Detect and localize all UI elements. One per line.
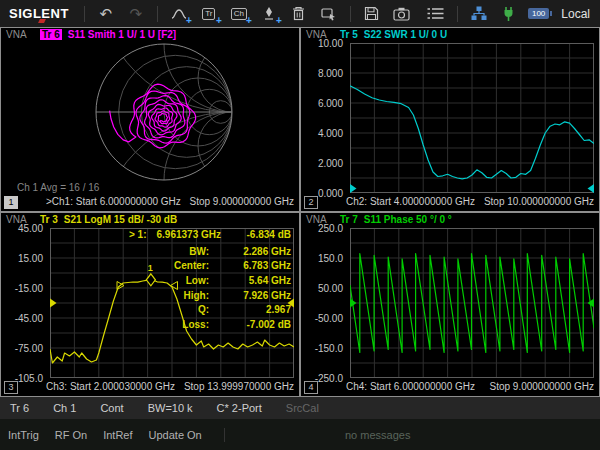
- trace-info[interactable]: S11 Phase 50 °/ 0 °: [364, 214, 452, 225]
- trace-header: VNATr 3S21 LogM 15 dB/ -30 dB: [6, 214, 295, 227]
- stat-value: 6.783 GHz: [209, 260, 291, 271]
- marker-readout-prefix: > 1:: [129, 229, 147, 240]
- trace-label-tr6[interactable]: Tr 6: [40, 29, 62, 40]
- y-axis-labels: 10.008.0006.0004.0002.0000.000: [301, 43, 346, 193]
- redo-icon[interactable]: ↷: [124, 4, 148, 24]
- save-icon[interactable]: [360, 4, 384, 24]
- stat-value: 2.967: [209, 304, 291, 315]
- toolbar-separator: [84, 6, 85, 22]
- channel-footer: 1 >Ch1: Start 6.000000000 GHz Stop 9.000…: [4, 195, 295, 210]
- trace-header: VNATr 5S22 SWR 1 U/ 0 U: [306, 29, 595, 42]
- channel3-window[interactable]: VNATr 3S21 LogM 15 dB/ -30 dB 45.0015.00…: [0, 212, 300, 397]
- channel2-window[interactable]: VNATr 5S22 SWR 1 U/ 0 U 10.008.0006.0004…: [300, 27, 600, 212]
- stop-frequency-label[interactable]: Stop 9.000000000 GHz: [489, 381, 594, 392]
- channel-number-badge[interactable]: 3: [4, 381, 18, 394]
- stat-label: Low:: [145, 275, 209, 286]
- start-frequency-label[interactable]: Ch3: Start 2.000030000 GHz: [46, 381, 175, 392]
- status-if-bandwidth[interactable]: BW=10 k: [148, 402, 193, 414]
- y-axis-tick-label: 15.00: [18, 253, 43, 264]
- stat-value: 2.286 GHz: [209, 246, 291, 257]
- channel-number-badge[interactable]: 4: [304, 381, 318, 394]
- siglent-logo: SIGLENT: [0, 6, 78, 21]
- channel-footer: 3 Ch3: Start 2.000030000 GHz Stop 13.999…: [4, 380, 295, 395]
- averaging-status: Ch 1 Avg = 16 / 16: [17, 182, 99, 193]
- smith-trace: [110, 84, 196, 148]
- stat-value: 7.926 GHz: [209, 290, 291, 301]
- y-axis-tick-label: 4.000: [318, 128, 343, 139]
- add-measurement-icon[interactable]: +: [167, 4, 191, 24]
- swr-plot[interactable]: [350, 43, 594, 193]
- add-marker-icon[interactable]: +: [257, 4, 281, 24]
- screenshot-icon[interactable]: [390, 4, 414, 24]
- y-axis-labels: 45.0015.00-15.00-45.00-75.00-105.0: [1, 228, 46, 378]
- local-mode-label[interactable]: Local: [553, 7, 600, 21]
- toolbar: SIGLENT ↶ ↷ + Tr + Ch + + 100 Local: [0, 0, 600, 27]
- trace-label-tr3[interactable]: Tr 3: [40, 214, 58, 225]
- trace-label-tr5[interactable]: Tr 5: [340, 29, 358, 40]
- reactance-arc: [198, 44, 266, 112]
- undo-icon[interactable]: ↶: [94, 4, 118, 24]
- bandwidth-stats-table: BW:2.286 GHz Center:6.783 GHz Low:5.64 G…: [145, 244, 291, 332]
- y-axis-tick-label: -50.00: [315, 313, 343, 324]
- reactance-arc: [198, 112, 266, 180]
- stat-label: Loss:: [145, 319, 209, 330]
- status-display-update[interactable]: Update On: [149, 429, 202, 441]
- start-frequency-label[interactable]: Ch4: Start 6.000000000 GHz: [346, 381, 475, 392]
- trace-header: VNATr 6S11 Smith 1 U/ 1 U [F2]: [6, 29, 295, 42]
- y-axis-labels: 250.0150.050.00-50.00-150.0-250.0: [301, 228, 346, 378]
- status-reference-source[interactable]: IntRef: [103, 429, 132, 441]
- stat-label: Center:: [145, 260, 209, 271]
- trace-header: VNATr 7S11 Phase 50 °/ 0 °: [306, 214, 595, 227]
- stat-label: High:: [145, 290, 209, 301]
- message-area: no messages: [345, 429, 410, 441]
- channel1-window[interactable]: VNATr 6S11 Smith 1 U/ 1 U [F2] Ch 1 Avg …: [0, 27, 300, 212]
- start-frequency-label[interactable]: Ch2: Start 4.000000000 GHz: [346, 196, 475, 207]
- trace-info[interactable]: S21 LogM 15 dB/ -30 dB: [64, 214, 177, 225]
- phase-plot[interactable]: [350, 228, 594, 378]
- app-label: VNA: [6, 214, 40, 225]
- channel4-window[interactable]: VNATr 7S11 Phase 50 °/ 0 ° 250.0150.050.…: [300, 212, 600, 397]
- channel-footer: 4 Ch4: Start 6.000000000 GHz Stop 9.0000…: [304, 380, 595, 395]
- channel-number-badge[interactable]: 2: [304, 196, 318, 209]
- trace-info[interactable]: S22 SWR 1 U/ 0 U: [364, 29, 447, 40]
- menu-icon[interactable]: [424, 4, 448, 24]
- smith-chart-plot[interactable]: [4, 41, 296, 182]
- marker-frequency: 6.961373 GHz: [157, 229, 222, 240]
- status-active-channel[interactable]: Ch 1: [53, 402, 76, 414]
- marker-value: -6.834 dB: [247, 229, 291, 240]
- status-srccal[interactable]: SrcCal: [286, 402, 319, 414]
- reference-level-marker-left: [350, 184, 357, 193]
- touch-pointer-icon[interactable]: [317, 4, 341, 24]
- y-axis-tick-label: -150.0: [315, 343, 343, 354]
- y-axis-tick-label: 50.00: [318, 283, 343, 294]
- stat-label: Q:: [145, 304, 209, 315]
- marker-readout: > 1: 6.961373 GHz -6.834 dB: [129, 229, 291, 240]
- add-trace-icon[interactable]: Tr +: [197, 4, 221, 24]
- trace-info[interactable]: S11 Smith 1 U/ 1 U [F2]: [68, 29, 176, 40]
- status-trigger-source[interactable]: IntTrig: [8, 429, 39, 441]
- status-separator: [224, 428, 225, 442]
- phase-chart-svg: [350, 228, 594, 378]
- delete-trace-icon[interactable]: [287, 4, 311, 24]
- stat-value: 5.64 GHz: [209, 275, 291, 286]
- status-rf-output[interactable]: RF On: [55, 429, 87, 441]
- status-sweep-mode[interactable]: Cont: [100, 402, 123, 414]
- add-channel-icon[interactable]: Ch +: [227, 4, 251, 24]
- lan-icon[interactable]: [467, 4, 491, 24]
- power-plug-icon[interactable]: [497, 4, 521, 24]
- stop-frequency-label[interactable]: Stop 9.000000000 GHz: [189, 196, 294, 207]
- stop-frequency-label[interactable]: Stop 10.000000000 GHz: [484, 196, 594, 207]
- status-active-trace[interactable]: Tr 6: [10, 402, 29, 414]
- channel-grid: VNATr 6S11 Smith 1 U/ 1 U [F2] Ch 1 Avg …: [0, 27, 600, 397]
- toolbar-separator: [457, 6, 458, 22]
- y-axis-tick-label: -15.00: [15, 283, 43, 294]
- status-calibration[interactable]: C* 2-Port: [217, 402, 262, 414]
- reference-level-marker-right: [588, 184, 595, 193]
- y-axis-tick-label: -75.00: [15, 343, 43, 354]
- stop-frequency-label[interactable]: Stop 13.999970000 GHz: [184, 381, 294, 392]
- trace-label-tr7[interactable]: Tr 7: [340, 214, 358, 225]
- start-frequency-label[interactable]: >Ch1: Start 6.000000000 GHz: [46, 196, 181, 207]
- channel-footer: 2 Ch2: Start 4.000000000 GHz Stop 10.000…: [304, 195, 595, 210]
- stat-label: BW:: [145, 246, 209, 257]
- channel-number-badge[interactable]: 1: [4, 196, 18, 209]
